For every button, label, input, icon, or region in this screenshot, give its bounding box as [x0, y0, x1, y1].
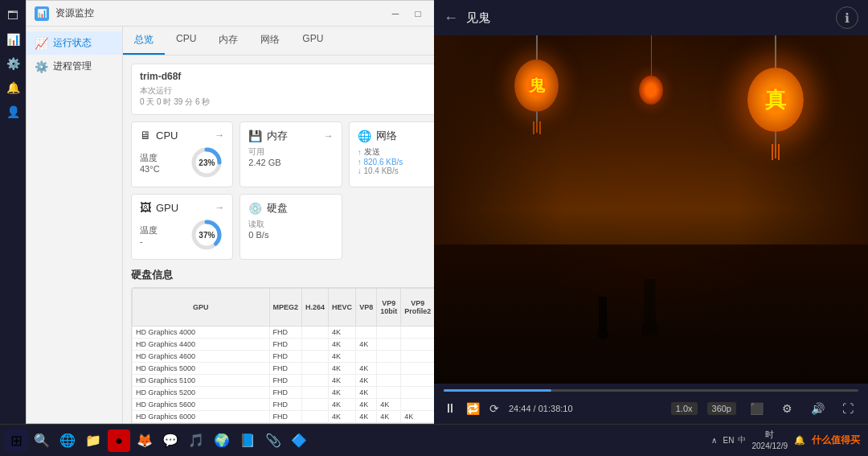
left-icon-1[interactable]: 🗔	[2, 5, 23, 26]
gpu-card-body: 温度 - 37%	[140, 217, 224, 253]
taskbar-icon-red[interactable]: ●	[108, 429, 130, 452]
tab-gpu[interactable]: GPU	[291, 27, 334, 55]
table-row: HD Graphics 6000FHD4K4K4K4K	[133, 411, 452, 423]
video-info-button[interactable]: ℹ	[836, 6, 858, 29]
quality-badge[interactable]: 360p	[707, 402, 736, 415]
video-scene-bg: 真 鬼	[434, 35, 868, 384]
memory-card[interactable]: 💾 内存 → 可用 2.42 GB	[240, 121, 342, 187]
recv-value: ↓ 10.4 KB/s	[358, 166, 442, 175]
lantern-char-left: 鬼	[529, 75, 545, 97]
lang-indicator[interactable]: EN	[723, 436, 735, 445]
play-pause-button[interactable]: ⏸	[444, 401, 457, 416]
th-hevc: HEVC	[329, 289, 356, 327]
disk-label: 硬盘	[267, 201, 288, 216]
send-value: ↑ 820.6 KB/s	[358, 158, 442, 166]
files-button[interactable]: 📁	[82, 429, 104, 452]
process-icon: ⚙️	[35, 60, 48, 73]
left-icon-4[interactable]: 🔔	[2, 77, 23, 98]
main-content: 总览 CPU 内存 网络 GPU trim-d68f 本次运行 0 天 0 时 …	[123, 27, 459, 423]
sidebar-item-processes-label: 进程管理	[53, 60, 92, 73]
th-vp8: VP8	[356, 289, 377, 327]
fb-button[interactable]: 📘	[236, 429, 259, 452]
sidebar-item-status[interactable]: 📈 运行状态	[27, 31, 122, 55]
tab-memory[interactable]: 内存	[207, 27, 249, 55]
firefox-button[interactable]: 🦊	[133, 429, 156, 452]
network-rows: ↑ 发送	[358, 146, 442, 158]
taskbar-left: ⊞ 🔍 🌐 📁 ● 🦊 💬 🎵 🌍 📘 📎 🔷	[0, 429, 315, 452]
disk-read-value: 0 B/s	[248, 230, 333, 240]
send-label: 发送	[364, 146, 380, 158]
gpu-temp-value: -	[140, 236, 189, 246]
disk-card-title: 💿 硬盘	[248, 201, 288, 216]
volume-button[interactable]: 🔊	[807, 398, 828, 419]
memory-avail-label: 可用	[248, 146, 333, 158]
notification-button[interactable]: 🔔	[794, 435, 805, 446]
video-back-button[interactable]: ←	[444, 10, 458, 27]
music-button[interactable]: 🎵	[185, 429, 207, 452]
gpu-icon: 🖼	[140, 201, 151, 214]
browser-button[interactable]: 🌐	[56, 429, 79, 452]
memory-card-header: 💾 内存 →	[248, 129, 333, 143]
disk-icon: 💿	[248, 202, 262, 215]
cpu-donut-chart: 23%	[189, 145, 224, 180]
time-total: 01:38:10	[538, 404, 573, 413]
subtitle-button[interactable]: ⬛	[746, 398, 767, 419]
window-body: 📈 运行状态 ⚙️ 进程管理 总览 CPU 内存 网络 GPU trim-d68…	[27, 27, 459, 423]
table-row: HD Graphics 5600FHD4K4K4K	[133, 399, 452, 411]
fullscreen-button[interactable]: ⛶	[837, 398, 858, 419]
taskbar-right: ∧ EN 中 时 2024/12/9 🔔 什么值得买	[703, 429, 868, 452]
th-vp9-10bit: VP910bit	[377, 289, 401, 327]
time-clock: 时	[752, 429, 788, 441]
refresh-button[interactable]: ⟳	[489, 402, 499, 415]
network-send: ↑ 发送	[358, 146, 380, 158]
speed-badge[interactable]: 1.0x	[671, 402, 698, 415]
search-button[interactable]: 🔍	[31, 429, 53, 452]
maximize-button[interactable]: □	[407, 3, 428, 24]
machine-card: trim-d68f 本次运行 0 天 0 时 39 分 6 秒	[131, 64, 451, 115]
minimize-button[interactable]: ─	[385, 3, 406, 24]
gpu-card[interactable]: 🖼 GPU → 温度 -	[131, 194, 233, 260]
start-button[interactable]: ⊞	[5, 429, 27, 452]
machine-name: trim-d68f	[140, 71, 442, 82]
loop-button[interactable]: 🔁	[466, 402, 480, 415]
extra-button[interactable]: 🔷	[288, 429, 310, 452]
th-h264: H.264	[302, 289, 329, 327]
tab-bar: 总览 CPU 内存 网络 GPU	[123, 27, 459, 55]
time-current: 24:44	[509, 404, 531, 413]
disk-card[interactable]: 💿 硬盘 读取 0 B/s	[240, 194, 342, 260]
lantern-char-right: 真	[765, 86, 786, 114]
left-icon-2[interactable]: 📊	[2, 29, 23, 50]
cpu-icon: 🖥	[140, 129, 151, 142]
sys-tray: EN 中	[723, 434, 746, 446]
machine-uptime-value: 0 天 0 时 39 分 6 秒	[140, 97, 442, 108]
datetime-display[interactable]: 时 2024/12/9	[752, 429, 788, 452]
chat-button[interactable]: 💬	[159, 429, 182, 452]
left-icon-5[interactable]: 👤	[2, 101, 23, 122]
settings-button[interactable]: ⚙	[776, 398, 797, 419]
gpu-card-header: 🖼 GPU →	[140, 201, 224, 214]
table-row: HD Graphics 5200FHD4K4K	[133, 387, 452, 399]
send-arrow-icon: ↑	[358, 148, 362, 157]
network-card-header: 🌐 网络 →	[358, 129, 442, 143]
sidebar-item-processes[interactable]: ⚙️ 进程管理	[27, 55, 122, 78]
tab-network[interactable]: 网络	[249, 27, 291, 55]
gpu-arrow-icon: →	[215, 202, 224, 213]
time-display: 24:44 / 01:38:10	[509, 404, 573, 413]
left-icon-3[interactable]: ⚙️	[2, 53, 23, 74]
tab-overview[interactable]: 总览	[123, 27, 165, 55]
clip-button[interactable]: 📎	[262, 429, 285, 452]
hardware-table-container: GPU MPEG2 H.264 HEVC VP8 VP910bit VP9Pro…	[131, 287, 451, 423]
globe-button[interactable]: 🌍	[211, 429, 233, 452]
video-header: ← 见鬼 ℹ	[434, 0, 868, 35]
tab-cpu[interactable]: CPU	[165, 27, 207, 55]
table-row: HD Graphics 4000FHD4K	[133, 327, 452, 339]
cpu-card[interactable]: 🖥 CPU → 温度 43°C	[131, 121, 233, 187]
sys-tray-up-arrow[interactable]: ∧	[711, 436, 717, 445]
progress-bar[interactable]	[444, 389, 858, 392]
controls-row: ⏸ 🔁 ⟳ 24:44 / 01:38:10 1.0x 360p ⬛ ⚙ 🔊 ⛶	[444, 398, 858, 419]
network-info: ↑ 发送 ↑ 820.6 KB/s ↓ 10.4 KB/s	[358, 146, 442, 175]
network-label: 网络	[376, 129, 397, 143]
ime-indicator[interactable]: 中	[738, 434, 746, 446]
table-row: HD Graphics 4600FHD4K	[133, 351, 452, 363]
date-display: 2024/12/9	[752, 441, 788, 452]
